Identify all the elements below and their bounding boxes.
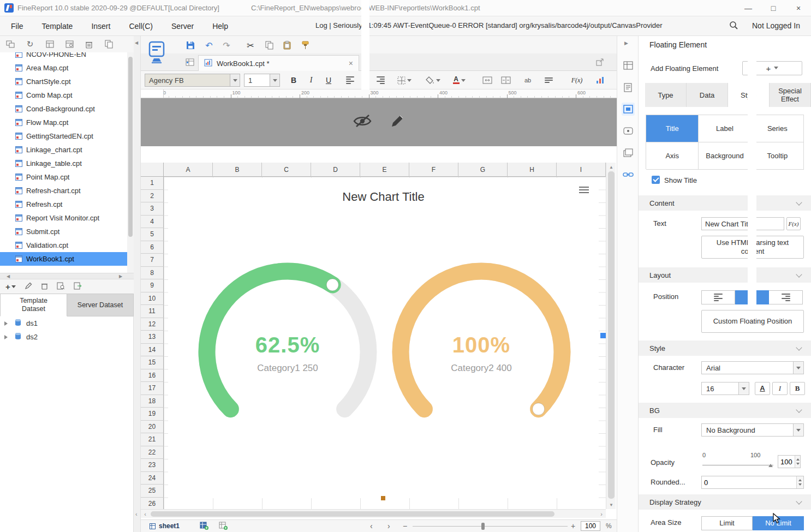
row-header[interactable]: 8 [141,267,164,280]
column-header[interactable]: I [557,163,606,177]
row-header[interactable]: 5 [141,228,164,241]
undo-button[interactable]: ↶ [203,40,215,51]
tree-item[interactable]: GettingStartedEN.cpt [0,129,127,143]
unmerge-cells-button[interactable] [500,74,512,86]
duplicate-icon[interactable] [103,38,115,50]
dataset-item[interactable]: ds1 [0,316,134,330]
tree-item[interactable]: Linkage_table.cpt [0,157,127,170]
opacity-slider-handle[interactable] [768,462,773,467]
font-color-button[interactable]: A [755,382,770,395]
column-header[interactable]: B [213,163,262,177]
maximize-button[interactable]: □ [761,0,786,16]
tree-item[interactable]: NCOV-PHONE-EN [0,52,127,61]
column-header[interactable]: C [262,163,311,177]
tree-item[interactable]: Point Map.cpt [0,170,127,184]
merge-cells-button[interactable] [481,74,493,86]
row-header[interactable]: 12 [141,318,164,331]
row-header[interactable]: 10 [141,292,164,306]
expander-icon[interactable] [4,321,10,326]
opacity-input[interactable] [778,456,795,468]
save-button[interactable] [184,40,196,51]
content-section-header[interactable]: Content [639,195,811,211]
tree-item[interactable]: Flow Map.cpt [0,116,127,129]
chevron-down-icon[interactable] [793,362,803,374]
row-header[interactable]: 3 [141,202,164,216]
title-formula-button[interactable]: F(x) [786,217,801,230]
tree-item[interactable]: ChartStyle.cpt [0,75,127,88]
row-header[interactable]: 1 [141,177,164,190]
insert-chart-button[interactable] [594,74,606,86]
tree-item[interactable]: Comb Map.cpt [0,88,127,102]
spin-up-icon[interactable] [795,456,800,462]
menu-item[interactable]: Insert [91,22,110,31]
area-size-limit-button[interactable]: Limit [701,516,753,530]
tree-item[interactable]: Cond-Background.cpt [0,102,127,116]
column-header[interactable]: D [311,163,360,177]
delete-dataset-button[interactable] [41,282,48,291]
spin-down-icon[interactable] [795,462,800,468]
tree-item[interactable]: Area Map.cpt [0,61,127,75]
tree-item[interactable]: Submit.cpt [0,225,127,238]
row-header[interactable]: 19 [141,408,164,421]
menu-item[interactable]: Server [171,22,194,31]
paste-button[interactable] [281,40,293,51]
collapse-panel-icon[interactable]: ◀ [135,40,138,45]
version-manager-icon[interactable] [186,58,194,68]
position-left-button[interactable] [701,290,735,304]
edit-dataset-button[interactable] [25,282,32,291]
bg-section-header[interactable]: BG [639,403,811,418]
select-all-corner[interactable] [141,163,164,177]
format-painter-button[interactable] [299,40,311,51]
edit-pencil-icon[interactable] [390,113,405,130]
chart-style-subtab[interactable]: Tooltip [752,142,804,170]
column-header[interactable]: A [164,163,213,177]
character-size-select[interactable]: 16 [701,382,749,395]
chevron-down-icon[interactable] [793,424,803,436]
chart-style-subtab[interactable]: Series [752,115,804,142]
menu-item[interactable]: Help [212,22,228,31]
row-header[interactable]: 20 [141,421,164,434]
vertical-scrollbar[interactable]: ▲ ▼ [606,163,616,509]
row-header[interactable]: 9 [141,279,164,292]
scroll-left-icon[interactable]: ‹ [135,511,138,517]
search-icon[interactable] [729,21,738,32]
tree-scrollbar[interactable] [127,52,134,273]
column-header[interactable]: G [458,163,508,177]
position-center-button[interactable] [735,290,769,304]
border-button[interactable] [395,74,414,86]
tree-item[interactable]: WorkBook1.cpt [0,252,127,266]
widget-settings-panel-icon[interactable] [622,124,635,138]
hyperlink-panel-icon[interactable] [622,168,635,181]
fill-color-button[interactable] [424,74,442,86]
condition-attributes-panel-icon[interactable] [622,146,635,159]
align-center-button[interactable] [359,74,371,86]
display-strategy-section-header[interactable]: Display Strategy [639,494,811,510]
row-header[interactable]: 6 [141,241,164,254]
cell-attributes-panel-icon[interactable] [622,81,635,94]
row-header[interactable]: 16 [141,369,164,382]
add-dataset-button[interactable]: + [5,282,16,291]
panel-main-tab[interactable]: Data [687,83,728,107]
login-status[interactable]: Not Logged In [752,21,800,30]
italic-button[interactable]: I [305,74,317,86]
scroll-right-icon[interactable]: › [597,510,606,518]
menu-item[interactable]: File [11,22,23,31]
row-header[interactable]: 26 [141,498,164,510]
fill-select[interactable]: No Background [701,423,804,437]
menu-item[interactable]: Template [42,22,73,31]
redo-button[interactable]: ↷ [220,40,232,51]
row-header[interactable]: 23 [141,459,164,472]
scroll-up-icon[interactable]: ▲ [606,163,616,171]
cut-button[interactable]: ✂ [245,40,257,51]
font-family-select[interactable]: Agency FB [145,74,240,87]
column-header[interactable]: E [360,163,409,177]
switch-workspace-icon[interactable] [4,38,16,50]
row-header[interactable]: 15 [141,356,164,369]
view-form-icon[interactable] [44,38,56,50]
minimize-button[interactable]: — [736,0,761,16]
tree-item[interactable]: Validation.cpt [0,238,127,252]
align-right-button[interactable] [374,74,386,86]
zoom-out-icon[interactable]: − [403,522,407,530]
scroll-left-icon[interactable]: ‹ [141,510,150,518]
row-header[interactable]: 22 [141,446,164,459]
